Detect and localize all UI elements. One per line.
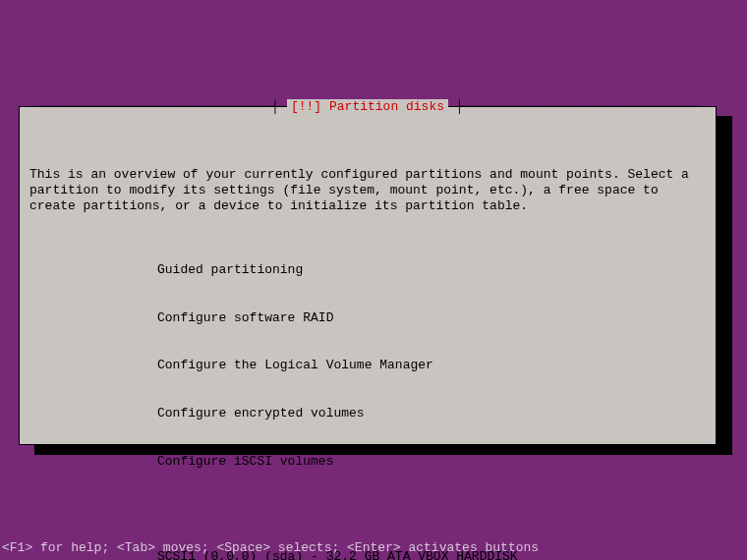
spacer <box>29 502 706 518</box>
dialog-title: [!!] Partition disks <box>287 99 448 114</box>
dialog-title-bar: ───────────────────────────────┤ [!!] Pa… <box>20 99 716 115</box>
footer-help-text: <F1> for help; <Tab> moves; <Space> sele… <box>2 540 539 556</box>
menu-configure-encrypted[interactable]: Configure encrypted volumes <box>29 406 706 421</box>
menu-configure-raid[interactable]: Configure software RAID <box>29 310 706 326</box>
intro-text: This is an overview of your currently co… <box>29 167 706 231</box>
title-rule-left: ───────────────────────────────┤ <box>34 99 287 114</box>
menu-configure-iscsi[interactable]: Configure iSCSI volumes <box>29 454 706 470</box>
dialog-content: This is an overview of your currently co… <box>20 107 716 560</box>
menu-guided-partitioning[interactable]: Guided partitioning <box>29 262 706 278</box>
menu-configure-lvm[interactable]: Configure the Logical Volume Manager <box>29 358 706 373</box>
title-rule-right: ├─────────────────────────────── <box>448 99 701 114</box>
partition-dialog: ───────────────────────────────┤ [!!] Pa… <box>19 106 717 445</box>
